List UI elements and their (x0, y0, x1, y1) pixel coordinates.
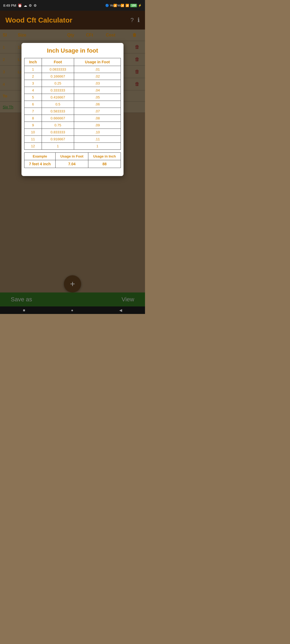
col-example: Example (24, 153, 56, 160)
info-button[interactable]: ℹ (137, 17, 140, 24)
gear-icon: ⚙ (34, 3, 37, 8)
wifi-icon: 📶 (125, 4, 129, 7)
usage-val: .07 (74, 108, 121, 115)
help-button[interactable]: ? (130, 17, 134, 24)
foot-val: 0.0833333 (42, 66, 74, 73)
example-data-row: 7 feet 4 inch 7.04 88 (24, 160, 121, 168)
foot-val: 0.666667 (42, 115, 74, 122)
inch-val: 11 (24, 136, 42, 143)
inch-val: 9 (24, 122, 42, 129)
inch-val: 6 (24, 101, 42, 108)
inch-conversion-table: Inch Foot Usage in Foot 1 0.0833333 .01 … (24, 58, 121, 150)
example-foot: 7.04 (55, 160, 88, 168)
charging-icon: ⚡ (138, 4, 142, 7)
usage-val: .11 (74, 136, 121, 143)
status-left: 8:49 PM ⏰ ☁ ⚙ ⚙ (3, 3, 37, 8)
example-label: 7 feet 4 inch (24, 160, 56, 168)
example-header-row: Example Usage in Foot Usage in Inch (24, 153, 121, 160)
inch-table-row: 4 0.333333 .04 (24, 87, 121, 94)
modal-title: Inch Usage in foot (24, 47, 121, 54)
inch-val: 7 (24, 108, 42, 115)
inch-table-row: 10 0.833333 .10 (24, 129, 121, 136)
col-usage-foot-ex: Usage in Foot (55, 153, 88, 160)
usage-val: .04 (74, 87, 121, 94)
bluetooth-icon: 🔵 (105, 4, 109, 7)
inch-table-row: 5 0.416667 .05 (24, 94, 121, 101)
inch-val: 8 (24, 115, 42, 122)
inch-val: 2 (24, 73, 42, 80)
settings-icon: ⚙ (29, 3, 32, 8)
time-display: 8:49 PM (3, 3, 16, 8)
inch-table-row: 8 0.666667 .08 (24, 115, 121, 122)
inch-table-row: 9 0.75 .09 (24, 122, 121, 129)
example-table: Example Usage in Foot Usage in Inch 7 fe… (24, 152, 121, 168)
main-content: Sl Size Qty CFt Cost 🗑 1 12ft,12in,1in 1… (0, 30, 145, 314)
inch-val: 5 (24, 94, 42, 101)
foot-val: 0.166667 (42, 73, 74, 80)
inch-table-row: 6 0.5 .06 (24, 101, 121, 108)
inch-usage-modal: Inch Usage in foot Inch Foot Usage in Fo… (21, 43, 124, 176)
inch-val: 10 (24, 129, 42, 136)
usage-val: .06 (74, 101, 121, 108)
foot-val: 0.916667 (42, 136, 74, 143)
inch-table-row: 2 0.166667 .02 (24, 73, 121, 80)
cloud-icon: ☁ (24, 3, 27, 8)
usage-val: .10 (74, 129, 121, 136)
usage-val: .08 (74, 115, 121, 122)
inch-table-row: 7 0.583333 .07 (24, 108, 121, 115)
foot-val: 0.416667 (42, 94, 74, 101)
col-inch: Inch (24, 58, 42, 66)
usage-val: .09 (74, 122, 121, 129)
foot-val: 0.75 (42, 122, 74, 129)
foot-val: 0.833333 (42, 129, 74, 136)
foot-val: 0.25 (42, 80, 74, 87)
inch-table-row: 3 0.25 .03 (24, 80, 121, 87)
alarm-icon: ⏰ (18, 3, 22, 8)
app-header: Wood Cft Calculator ? ℹ (0, 11, 145, 30)
example-inch: 88 (88, 160, 121, 168)
status-right: 🔵 Vo📶Vo📶 📶 100 ⚡ (105, 4, 142, 7)
inch-val: 3 (24, 80, 42, 87)
status-bar: 8:49 PM ⏰ ☁ ⚙ ⚙ 🔵 Vo📶Vo📶 📶 100 ⚡ (0, 0, 145, 11)
usage-val: .05 (74, 94, 121, 101)
inch-table-row: 1 0.0833333 .01 (24, 66, 121, 73)
foot-val: 0.5 (42, 101, 74, 108)
col-usage-foot: Usage in Foot (74, 58, 121, 66)
inch-val: 12 (24, 143, 42, 150)
header-icons: ? ℹ (130, 17, 140, 24)
inch-table-header: Inch Foot Usage in Foot (24, 58, 121, 66)
inch-table-row: 12 1 1 (24, 143, 121, 150)
signal-icons: Vo📶Vo📶 (110, 4, 125, 7)
foot-val: 1 (42, 143, 74, 150)
battery-display: 100 (130, 4, 137, 7)
usage-val: 1 (74, 143, 121, 150)
usage-val: .02 (74, 73, 121, 80)
foot-val: 0.583333 (42, 108, 74, 115)
col-usage-inch-ex: Usage in Inch (88, 153, 121, 160)
inch-val: 4 (24, 87, 42, 94)
app-title: Wood Cft Calculator (5, 16, 72, 24)
foot-val: 0.333333 (42, 87, 74, 94)
usage-val: .01 (74, 66, 121, 73)
inch-table-row: 11 0.916667 .11 (24, 136, 121, 143)
usage-val: .03 (74, 80, 121, 87)
col-foot: Foot (42, 58, 74, 66)
inch-val: 1 (24, 66, 42, 73)
